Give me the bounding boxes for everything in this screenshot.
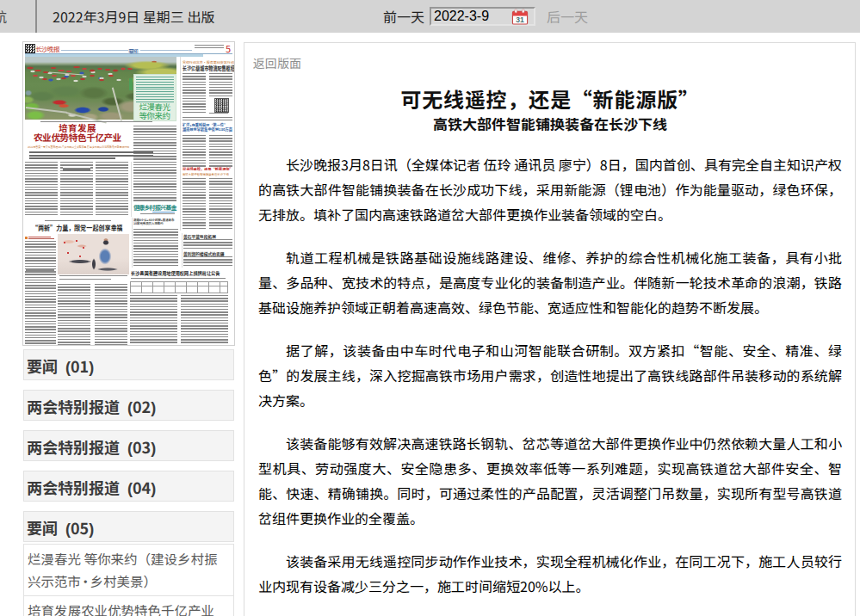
svg-text:31: 31 (516, 15, 524, 24)
